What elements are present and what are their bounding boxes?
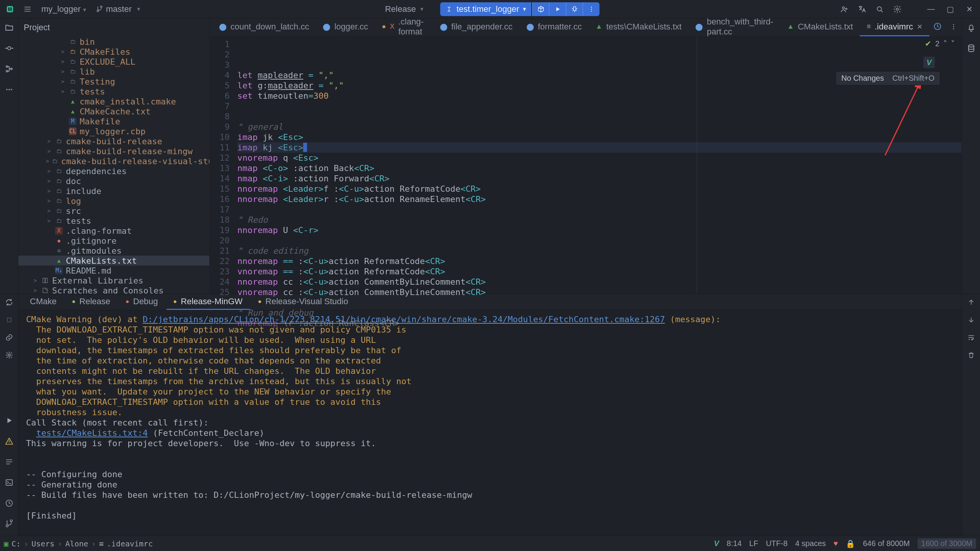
- cmake-settings-icon[interactable]: [4, 350, 14, 360]
- code-line[interactable]: nnoremap U <C-r>: [237, 225, 962, 235]
- code-line[interactable]: [237, 101, 962, 111]
- window-maximize-button[interactable]: ▢: [942, 5, 958, 14]
- tree-row[interactable]: >🗀tests: [18, 86, 209, 96]
- project-panel-title[interactable]: Project: [18, 18, 209, 37]
- indent-setting[interactable]: 4 spaces: [795, 539, 826, 548]
- tree-row[interactable]: >🗀src: [18, 206, 209, 216]
- event-log-icon[interactable]: [5, 499, 13, 510]
- search-everywhere-icon[interactable]: [873, 2, 887, 16]
- code-line[interactable]: nnoremap <Leader>r :<C-u>action RenameEl…: [237, 194, 962, 204]
- tree-row[interactable]: >🗀Testing: [18, 77, 209, 86]
- editor-tab[interactable]: ⬤bench_with_third-part.cc: [688, 18, 780, 36]
- line-separator[interactable]: LF: [749, 539, 758, 548]
- code-line[interactable]: vnoremap cc :<C-u>action CommentByLineCo…: [237, 287, 962, 297]
- link-icon[interactable]: [4, 333, 14, 342]
- debug-button[interactable]: [566, 2, 583, 16]
- breadcrumb[interactable]: ▣ C:› Users› Alone› ≡ .ideavimrc: [4, 539, 709, 548]
- editor-tab[interactable]: ●X.clang-format: [375, 18, 433, 36]
- git-toolwindow-icon[interactable]: [5, 520, 13, 530]
- tree-row[interactable]: M↓README.md: [18, 266, 209, 276]
- tree-row[interactable]: >🗀cmake-build-release-visual-studio: [18, 156, 209, 166]
- reload-cmake-icon[interactable]: [4, 297, 14, 307]
- commit-tool-icon[interactable]: [4, 43, 15, 54]
- structure-tool-icon[interactable]: [4, 64, 15, 74]
- problems-toolwindow-icon[interactable]: [5, 437, 13, 448]
- tree-row[interactable]: >🗀doc: [18, 176, 209, 186]
- memory-pill[interactable]: 1600 of 3000M: [918, 538, 976, 549]
- main-menu-icon[interactable]: [21, 2, 34, 16]
- build-button[interactable]: [532, 2, 549, 16]
- code-line[interactable]: " general: [237, 122, 962, 132]
- prev-highlight-icon[interactable]: ˄: [943, 39, 947, 48]
- next-highlight-icon[interactable]: ˅: [951, 39, 955, 48]
- code-line[interactable]: imap jk <Esc>: [237, 132, 962, 142]
- translate-icon[interactable]: [855, 2, 869, 16]
- tree-row[interactable]: >🗀dependencies: [18, 166, 209, 176]
- messages-toolwindow-icon[interactable]: [5, 458, 13, 468]
- editor-tab[interactable]: ⬤logger.cc: [316, 18, 375, 36]
- tool-window-tab[interactable]: ●Release: [65, 294, 117, 310]
- scroll-up-icon[interactable]: [966, 297, 976, 307]
- window-minimize-button[interactable]: ―: [923, 5, 939, 13]
- tree-row[interactable]: MMakefile: [18, 116, 209, 126]
- tree-row[interactable]: >🗀cmake-build-release: [18, 136, 209, 146]
- editor-tab[interactable]: ▲tests\CMakeLists.txt: [589, 18, 689, 36]
- soft-wrap-icon[interactable]: [966, 333, 976, 342]
- tree-row[interactable]: >🗀log: [18, 196, 209, 206]
- code-line[interactable]: imap kj <Esc>: [237, 142, 962, 153]
- tree-row[interactable]: >External Libraries: [18, 276, 209, 285]
- stop-cmake-icon[interactable]: [4, 315, 14, 325]
- run-target-selector[interactable]: test.timer_logger ▾: [440, 2, 531, 16]
- memory-counter[interactable]: 646 of 8000M: [863, 539, 910, 548]
- code-line[interactable]: nnoremap \r :action RunClass<CR>: [237, 318, 962, 328]
- tree-row[interactable]: >🗀lib: [18, 67, 209, 77]
- tree-row[interactable]: ≡.gitmodules: [18, 246, 209, 256]
- code-with-me-icon[interactable]: [838, 2, 851, 16]
- run-more-button[interactable]: [583, 2, 599, 16]
- tree-row[interactable]: ◆.gitignore: [18, 236, 209, 246]
- ideavim-badge-icon[interactable]: V: [923, 57, 935, 68]
- project-tool-icon[interactable]: [4, 22, 15, 33]
- tool-window-console[interactable]: CMake Warning (dev) at D:/jetbrains/apps…: [18, 310, 962, 536]
- app-logo-icon[interactable]: [3, 2, 17, 16]
- code-line[interactable]: " code editing: [237, 246, 962, 256]
- editor-tab[interactable]: ≡.ideavimrc✕: [860, 18, 929, 36]
- tree-row[interactable]: >🗀include: [18, 186, 209, 196]
- tree-row[interactable]: >🗀CMakeFiles: [18, 47, 209, 57]
- code-line[interactable]: set timeoutlen=300: [237, 91, 962, 101]
- readonly-lock-icon[interactable]: 🔒: [846, 539, 855, 548]
- editor-tab[interactable]: ⬤count_down_latch.cc: [212, 18, 316, 36]
- scroll-down-icon[interactable]: [966, 315, 976, 325]
- tree-row[interactable]: >🗀tests: [18, 216, 209, 226]
- close-tab-icon[interactable]: ✕: [917, 23, 923, 31]
- tree-row[interactable]: >🗀EXCLUDE_ALL: [18, 57, 209, 67]
- terminal-toolwindow-icon[interactable]: [5, 478, 13, 489]
- tree-row[interactable]: ▲CMakeCache.txt: [18, 106, 209, 116]
- inspection-widget[interactable]: ✔ 2 ˄ ˅: [925, 39, 955, 48]
- code-line[interactable]: [237, 111, 962, 122]
- vcs-branch-selector[interactable]: master: [93, 3, 143, 16]
- file-encoding[interactable]: UTF-8: [766, 539, 788, 548]
- tool-window-tab[interactable]: CMake: [23, 294, 64, 310]
- power-save-icon[interactable]: ♥: [833, 539, 838, 548]
- caret-position[interactable]: 8:14: [727, 539, 742, 548]
- database-tool-icon[interactable]: [966, 43, 977, 54]
- run-button[interactable]: [549, 2, 566, 16]
- tool-window-tab[interactable]: ●Debug: [119, 294, 165, 310]
- more-tools-icon[interactable]: [4, 84, 15, 95]
- code-line[interactable]: vnoremap q <Esc>: [237, 153, 962, 163]
- run-toolwindow-icon[interactable]: [5, 416, 13, 427]
- tree-row[interactable]: ▲cmake_install.cmake: [18, 96, 209, 106]
- tree-row[interactable]: X.clang-format: [18, 226, 209, 236]
- editor-body[interactable]: 1234567891011121314151617181920212223242…: [210, 37, 962, 294]
- ideavim-status-icon[interactable]: V: [714, 539, 719, 548]
- code-line[interactable]: nmap <C-o> :action Back<CR>: [237, 163, 962, 173]
- code-line[interactable]: nnoremap <Leader>f :<C-u>action Reformat…: [237, 184, 962, 194]
- project-tree[interactable]: 🗀bin>🗀CMakeFiles>🗀EXCLUDE_ALL>🗀lib>🗀Test…: [18, 37, 209, 294]
- code-line[interactable]: nmap <C-i> :action Forward<CR>: [237, 173, 962, 184]
- project-selector[interactable]: my_logger: [38, 3, 89, 16]
- build-config-selector[interactable]: Release: [381, 3, 428, 16]
- tab-more-icon[interactable]: [946, 23, 962, 33]
- editor-tab[interactable]: ⬤formatter.cc: [519, 18, 589, 36]
- code-line[interactable]: [237, 204, 962, 215]
